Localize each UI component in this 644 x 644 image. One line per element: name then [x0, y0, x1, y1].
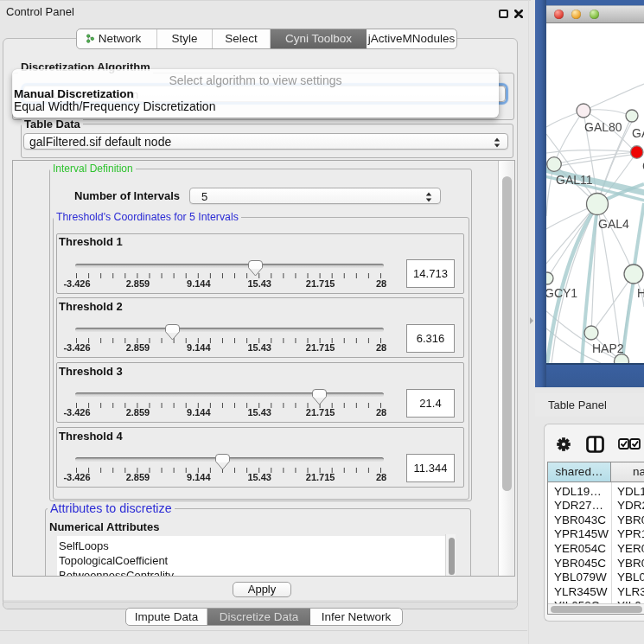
svg-text:GAL11: GAL11 — [556, 173, 593, 187]
svg-text:HIS4: HIS4 — [637, 286, 644, 300]
svg-text:GCY1: GCY1 — [546, 286, 577, 300]
svg-text:HAP2: HAP2 — [592, 341, 624, 355]
svg-text:GAL80: GAL80 — [584, 120, 622, 134]
svg-text:GAL4: GAL4 — [598, 217, 629, 231]
svg-text:GAL2: GAL2 — [632, 126, 644, 140]
